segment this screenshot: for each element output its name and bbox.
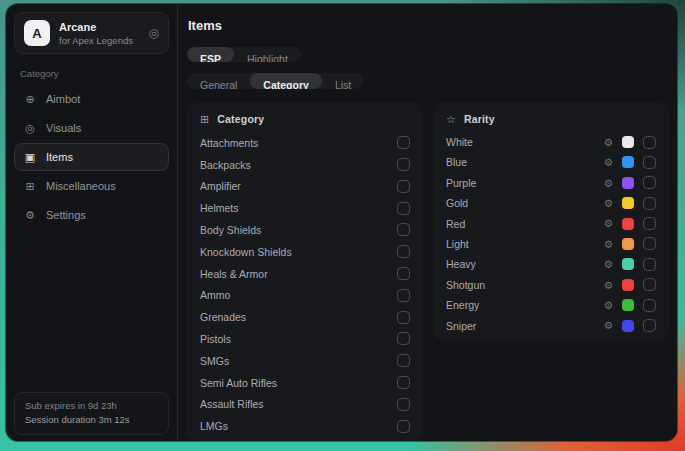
tab-category[interactable]: Category (250, 73, 322, 88)
target-icon[interactable]: ◎ (149, 26, 159, 40)
sidebar-item-miscellaneous[interactable]: ⊞Miscellaneous (14, 172, 169, 200)
rarity-checkbox[interactable] (643, 217, 656, 230)
gear-icon[interactable]: ⚙ (604, 137, 613, 148)
category-checkbox[interactable] (397, 376, 410, 389)
sidebar-item-settings[interactable]: ⚙Settings (14, 201, 169, 229)
main-content: Items ESPHighlight GeneralCategoryList ⊞… (178, 4, 677, 441)
gear-icon[interactable]: ⚙ (604, 259, 613, 270)
sidebar-item-label: Visuals (46, 122, 81, 134)
rarity-checkbox[interactable] (643, 237, 656, 250)
category-checkbox[interactable] (397, 420, 410, 433)
panels-row: ⊞ Category AttachmentsBackpacksAmplifier… (187, 102, 669, 441)
rarity-color-swatch[interactable] (622, 156, 634, 168)
category-row: Attachments (200, 132, 410, 154)
category-row: Grenades (200, 306, 410, 328)
gear-icon: ⚙ (23, 209, 37, 222)
category-checkbox[interactable] (397, 311, 410, 324)
category-row: Knockdown Shields (200, 241, 410, 263)
rarity-row: Gold⚙ (446, 193, 656, 213)
rarity-color-swatch[interactable] (622, 299, 634, 311)
rarity-row-label: Heavy (446, 258, 604, 270)
tab-esp[interactable]: ESP (187, 47, 234, 62)
gear-icon[interactable]: ⚙ (604, 198, 613, 209)
rarity-row-label: Gold (446, 197, 604, 209)
sidebar-item-label: Items (46, 151, 73, 163)
rarity-color-swatch[interactable] (622, 238, 634, 250)
rarity-checkbox[interactable] (643, 319, 656, 332)
rarity-row: Energy⚙ (446, 295, 656, 315)
rarity-row: Sniper⚙ (446, 315, 656, 335)
rarity-row-label: Sniper (446, 320, 604, 332)
category-row: Ammo (200, 284, 410, 306)
rarity-panel-title: Rarity (464, 113, 495, 125)
rarity-row: Heavy⚙ (446, 254, 656, 274)
gear-icon[interactable]: ⚙ (604, 280, 613, 291)
page-title: Items (188, 18, 669, 33)
category-checkbox[interactable] (397, 136, 410, 149)
category-row-label: LMGs (200, 420, 397, 432)
brand-card: A Arcane for Apex Legends ◎ (14, 12, 169, 54)
rarity-row: White⚙ (446, 132, 656, 152)
sidebar-item-label: Miscellaneous (46, 180, 116, 192)
category-row-label: Body Shields (200, 224, 397, 236)
category-checkbox[interactable] (397, 289, 410, 302)
rarity-checkbox[interactable] (643, 299, 656, 312)
category-row-label: Knockdown Shields (200, 246, 397, 258)
gear-icon[interactable]: ⚙ (604, 300, 613, 311)
category-checkbox[interactable] (397, 332, 410, 345)
rarity-row-label: White (446, 136, 604, 148)
category-row-label: Backpacks (200, 159, 397, 171)
rarity-color-swatch[interactable] (622, 258, 634, 270)
category-checkbox[interactable] (397, 267, 410, 280)
gear-icon[interactable]: ⚙ (604, 178, 613, 189)
category-checkbox[interactable] (397, 245, 410, 258)
star-icon: ☆ (446, 113, 456, 126)
category-checkbox[interactable] (397, 180, 410, 193)
gear-icon[interactable]: ⚙ (604, 239, 613, 250)
category-row-label: Amplifier (200, 180, 397, 192)
category-rows: AttachmentsBackpacksAmplifierHelmetsBody… (200, 132, 410, 437)
rarity-checkbox[interactable] (643, 258, 656, 271)
subscription-info: Sub expires in 9d 23h Session duration 3… (14, 392, 169, 435)
gear-icon[interactable]: ⚙ (604, 320, 613, 331)
rarity-checkbox[interactable] (643, 136, 656, 149)
rarity-color-swatch[interactable] (622, 136, 634, 148)
rarity-row-label: Red (446, 218, 604, 230)
rarity-color-swatch[interactable] (622, 218, 634, 230)
category-row-label: Ammo (200, 289, 397, 301)
tab-list[interactable]: List (322, 73, 364, 88)
category-row: Helmets (200, 197, 410, 219)
gear-icon[interactable]: ⚙ (604, 218, 613, 229)
sub-expires-text: Sub expires in 9d 23h (25, 399, 158, 414)
rarity-row-label: Shotgun (446, 279, 604, 291)
rarity-checkbox[interactable] (643, 156, 656, 169)
category-checkbox[interactable] (397, 223, 410, 236)
rarity-checkbox[interactable] (643, 197, 656, 210)
tab-highlight[interactable]: Highlight (234, 47, 301, 62)
rarity-color-swatch[interactable] (622, 279, 634, 291)
category-checkbox[interactable] (397, 202, 410, 215)
category-checkbox[interactable] (397, 158, 410, 171)
category-row-label: Grenades (200, 311, 397, 323)
crosshair-icon: ⊕ (23, 93, 37, 106)
gear-icon[interactable]: ⚙ (604, 157, 613, 168)
category-checkbox[interactable] (397, 398, 410, 411)
grid-icon: ⊞ (200, 113, 209, 126)
sidebar-item-visuals[interactable]: ◎Visuals (14, 114, 169, 142)
rarity-color-swatch[interactable] (622, 177, 634, 189)
category-row-label: Helmets (200, 202, 397, 214)
rarity-color-swatch[interactable] (622, 197, 634, 209)
tab-general[interactable]: General (187, 73, 250, 88)
rarity-row: Red⚙ (446, 213, 656, 233)
category-row: Semi Auto Rifles (200, 372, 410, 394)
category-checkbox[interactable] (397, 354, 410, 367)
rarity-checkbox[interactable] (643, 278, 656, 291)
sidebar-nav: ⊕Aimbot◎Visuals▣Items⊞Miscellaneous⚙Sett… (14, 85, 169, 229)
sidebar: A Arcane for Apex Legends ◎ Category ⊕Ai… (6, 4, 178, 441)
rarity-color-swatch[interactable] (622, 320, 634, 332)
sidebar-item-aimbot[interactable]: ⊕Aimbot (14, 85, 169, 113)
brand-name: Arcane (59, 21, 140, 33)
rarity-row-label: Purple (446, 177, 604, 189)
rarity-checkbox[interactable] (643, 176, 656, 189)
sidebar-item-items[interactable]: ▣Items (14, 143, 169, 171)
